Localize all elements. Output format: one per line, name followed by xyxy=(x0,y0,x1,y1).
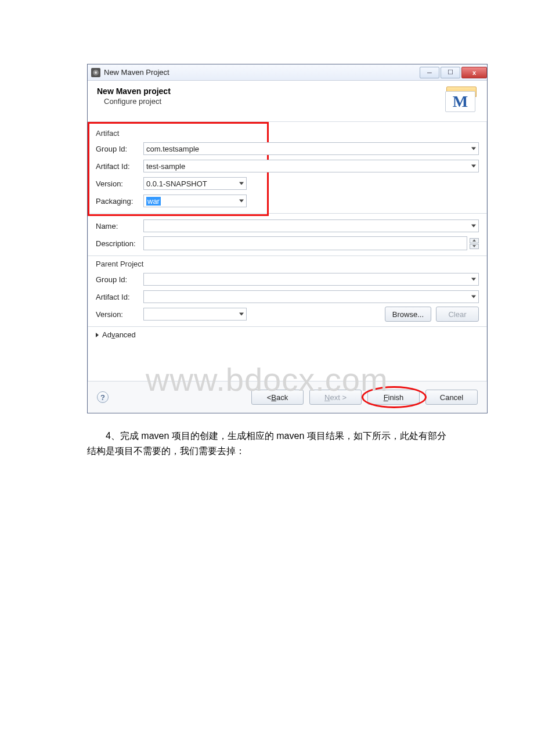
wizard-button-bar: ? < Back Next > Finish Cancel xyxy=(88,381,487,413)
input-parent-version[interactable] xyxy=(143,308,247,321)
label-artifact-id: Artifact Id: xyxy=(96,162,143,171)
window-title: New Maven Project xyxy=(104,68,169,77)
input-description[interactable] xyxy=(143,236,467,250)
svg-point-1 xyxy=(95,71,97,74)
label-parent-group-id: Group Id: xyxy=(96,275,143,284)
clear-button[interactable]: Clear xyxy=(436,307,479,322)
wizard-content: Artifact Group Id: com.testsample Artifa… xyxy=(88,122,487,381)
app-icon xyxy=(91,68,100,77)
spinner-up-icon[interactable] xyxy=(470,238,479,243)
select-packaging[interactable]: war xyxy=(143,195,247,207)
triangle-right-icon xyxy=(96,333,99,337)
input-parent-group-id[interactable] xyxy=(143,273,479,286)
input-artifact-id[interactable]: test-sample xyxy=(143,160,479,172)
chevron-down-icon[interactable] xyxy=(471,147,476,150)
input-group-id[interactable]: com.testsample xyxy=(143,142,479,155)
wizard-title: New Maven project xyxy=(97,87,445,96)
chevron-down-icon[interactable] xyxy=(239,182,244,185)
dialog-new-maven-project: New Maven Project ─ ☐ x New Maven projec… xyxy=(87,64,488,413)
description-spinner[interactable] xyxy=(470,238,479,249)
label-version: Version: xyxy=(96,179,143,188)
section-parent-project: Parent Project xyxy=(96,260,479,268)
chevron-down-icon[interactable] xyxy=(471,225,476,228)
chevron-down-icon[interactable] xyxy=(471,296,476,298)
minimize-button[interactable]: ─ xyxy=(420,67,439,78)
maven-wizard-icon: M xyxy=(445,87,477,113)
label-parent-artifact-id: Artifact Id: xyxy=(96,293,143,301)
input-name[interactable] xyxy=(143,219,479,232)
back-button[interactable]: < Back xyxy=(251,390,304,405)
input-version[interactable]: 0.0.1-SNAPSHOT xyxy=(143,177,247,190)
input-parent-artifact-id[interactable] xyxy=(143,290,479,303)
finish-button[interactable]: Finish xyxy=(367,390,420,405)
label-group-id: Group Id: xyxy=(96,145,143,153)
section-artifact: Artifact xyxy=(96,129,479,138)
caption-text: 4、完成 maven 项目的创建，生成相应的 maven 项目结果，如下所示，此… xyxy=(87,429,447,458)
browse-button[interactable]: Browse... xyxy=(385,307,431,322)
close-button[interactable]: x xyxy=(461,67,487,78)
chevron-down-icon[interactable] xyxy=(471,165,476,168)
titlebar: New Maven Project ─ ☐ x xyxy=(88,64,487,81)
maximize-button[interactable]: ☐ xyxy=(441,67,460,78)
label-packaging: Packaging: xyxy=(96,197,143,206)
cancel-button[interactable]: Cancel xyxy=(425,390,478,405)
label-description: Description: xyxy=(96,239,143,248)
spinner-down-icon[interactable] xyxy=(470,244,479,249)
wizard-subtitle: Configure project xyxy=(104,97,445,106)
next-button: Next > xyxy=(309,390,362,405)
label-name: Name: xyxy=(96,222,143,231)
chevron-down-icon[interactable] xyxy=(471,278,476,281)
wizard-banner: New Maven project Configure project M xyxy=(88,81,487,122)
advanced-toggle[interactable]: Advanced xyxy=(96,330,479,339)
help-icon[interactable]: ? xyxy=(97,391,109,403)
label-parent-version: Version: xyxy=(96,310,143,319)
chevron-down-icon[interactable] xyxy=(239,313,244,316)
chevron-down-icon[interactable] xyxy=(239,200,244,203)
